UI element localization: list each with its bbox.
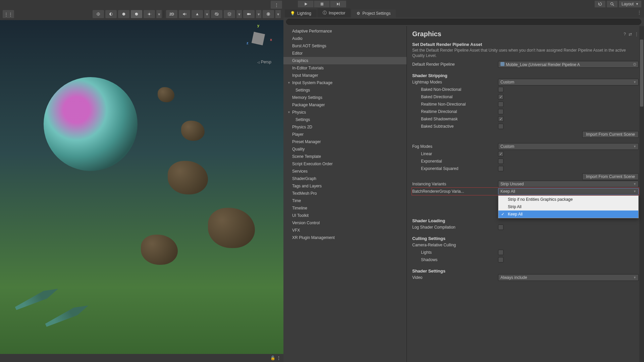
scene-bottom-bar: 🔓 ⋮	[0, 354, 283, 362]
log-shader-compilation-checkbox[interactable]	[498, 225, 503, 230]
fog-exp-squared-checkbox[interactable]	[498, 166, 503, 171]
import-lightmap-button[interactable]: Import From Current Scene	[582, 131, 639, 138]
scene-toolbar-menu-icon[interactable]: ⋮	[271, 1, 282, 9]
nav-package-manager[interactable]: Package Manager	[283, 101, 407, 109]
nav-physics-settings[interactable]: Settings	[283, 116, 407, 123]
help-icon[interactable]: ?	[624, 32, 626, 37]
svg-point-6	[148, 13, 150, 15]
shading-wireframe-icon[interactable]	[93, 10, 104, 18]
culling-shadows-checkbox[interactable]	[498, 257, 503, 262]
scene-view[interactable]: y x z ◁Persp	[0, 20, 283, 354]
fog-exponential-checkbox[interactable]	[498, 159, 503, 164]
nav-ui-toolkit[interactable]: UI Toolkit	[283, 212, 407, 219]
nav-input-system-settings[interactable]: Settings	[283, 86, 407, 94]
tab-inspector[interactable]: ⓘ Inspector	[317, 8, 351, 17]
nav-preset-manager[interactable]: Preset Manager	[283, 138, 407, 145]
nav-xr-plugin[interactable]: XR Plugin Management	[283, 234, 407, 241]
fx-dropdown[interactable]: ▾	[204, 10, 210, 18]
nav-physics[interactable]: ▼Physics	[283, 109, 407, 116]
visibility-toggle-icon[interactable]	[211, 10, 222, 18]
nav-timeline[interactable]: Timeline	[283, 204, 407, 212]
grip-icon[interactable]: ⋮⋮	[3, 10, 14, 18]
gizmos-icon[interactable]	[263, 10, 274, 18]
culling-lights-checkbox[interactable]	[498, 250, 503, 255]
nav-shadergraph[interactable]: ShaderGraph	[283, 175, 407, 182]
search-icon[interactable]	[607, 1, 618, 7]
nav-audio[interactable]: Audio	[283, 35, 407, 42]
object-picker-icon[interactable]: ⊙	[633, 62, 636, 67]
shading-unlit-icon[interactable]	[118, 10, 129, 18]
nav-input-system-package[interactable]: ▼Input System Package	[283, 79, 407, 86]
layout-dropdown[interactable]: Layout ▼	[619, 1, 641, 7]
fog-linear-checkbox[interactable]	[498, 151, 503, 157]
settings-content[interactable]: Graphics ? ⇄ ⋮ Set Default Render Pipeli…	[407, 26, 644, 362]
projection-label[interactable]: ◁Persp	[257, 60, 271, 64]
nav-vfx[interactable]: VFX	[283, 227, 407, 234]
dropdown-option-keep-all[interactable]: Keep All	[498, 210, 638, 218]
fx-toggle-icon[interactable]	[192, 10, 203, 18]
scene-object-asteroid	[158, 87, 174, 102]
nav-services[interactable]: Services	[283, 168, 407, 175]
dropdown-option-strip-if-none[interactable]: Strip if no Entities Graphics package	[498, 196, 638, 203]
play-button[interactable]	[298, 1, 314, 7]
nav-editor[interactable]: Editor	[283, 50, 407, 57]
shading-shadedwire-icon[interactable]	[105, 10, 117, 18]
preset-icon[interactable]: ⇄	[629, 32, 632, 37]
nav-textmesh-pro[interactable]: TextMesh Pro	[283, 190, 407, 197]
import-fog-button[interactable]: Import From Current Scene	[582, 173, 639, 180]
nav-player[interactable]: Player	[283, 131, 407, 138]
orientation-gizmo[interactable]: y x z	[243, 23, 273, 54]
nav-scene-template[interactable]: Scene Template	[283, 153, 407, 160]
undo-history-icon[interactable]	[595, 1, 605, 7]
baked-shadowmask-checkbox[interactable]	[498, 116, 503, 122]
settings-nav[interactable]: Adaptive Performance Audio Burst AOT Set…	[283, 26, 407, 362]
layers-dropdown[interactable]: ▾	[236, 10, 242, 18]
fog-modes-dropdown[interactable]: Custom▼	[498, 143, 639, 150]
nav-version-control[interactable]: Version Control	[283, 219, 407, 227]
realtime-non-directional-checkbox[interactable]	[498, 102, 503, 107]
nav-input-manager[interactable]: Input Manager	[283, 72, 407, 79]
layers-icon[interactable]	[224, 10, 235, 18]
debug-draw-icon[interactable]	[144, 10, 155, 18]
gizmos-dropdown[interactable]: ▾	[275, 10, 281, 18]
lightmap-modes-dropdown[interactable]: Custom▼	[498, 79, 639, 85]
instancing-variants-dropdown[interactable]: Strip Unused▼	[498, 181, 639, 187]
nav-adaptive-performance[interactable]: Adaptive Performance	[283, 27, 407, 35]
scene-panel-menu-icon[interactable]: ⋮	[277, 356, 281, 360]
nav-burst-aot[interactable]: Burst AOT Settings	[283, 42, 407, 50]
nav-in-editor-tutorials[interactable]: In-Editor Tutorials	[283, 64, 407, 72]
baked-directional-checkbox[interactable]	[498, 94, 503, 100]
batch-renderer-dropdown[interactable]: Keep All▼	[498, 188, 639, 195]
step-button[interactable]	[330, 1, 346, 7]
nav-script-execution-order[interactable]: Script Execution Order	[283, 160, 407, 168]
camera-icon[interactable]	[243, 10, 255, 18]
audio-toggle-icon[interactable]	[179, 10, 190, 18]
nav-graphics[interactable]: Graphics	[283, 57, 407, 64]
settings-menu-icon[interactable]: ⋮	[635, 32, 639, 37]
shading-shaded-icon[interactable]	[131, 10, 142, 18]
nav-quality[interactable]: Quality	[283, 145, 407, 153]
default-pipeline-field[interactable]: Mobile_Low (Universal Render Pipeline A …	[498, 61, 639, 68]
scrollbar[interactable]	[639, 26, 644, 362]
2d-toggle[interactable]: 2D	[166, 10, 177, 18]
baked-subtractive-checkbox[interactable]	[498, 124, 503, 129]
tab-menu-icon[interactable]: ⋮	[637, 10, 641, 15]
baked-non-directional-checkbox[interactable]	[498, 87, 503, 92]
realtime-directional-checkbox[interactable]	[498, 109, 503, 114]
nav-time[interactable]: Time	[283, 197, 407, 204]
lock-icon[interactable]: 🔓	[270, 356, 275, 360]
pause-button[interactable]	[314, 1, 330, 7]
nav-memory-settings[interactable]: Memory Settings	[283, 94, 407, 101]
tab-lighting[interactable]: 💡 Lighting	[285, 9, 317, 17]
info-icon: ⓘ	[323, 10, 327, 16]
camera-dropdown[interactable]: ▾	[256, 10, 261, 18]
settings-search-input[interactable]	[286, 19, 641, 25]
page-title: Graphics	[412, 30, 441, 38]
video-dropdown[interactable]: Always include▼	[498, 274, 639, 281]
scrollbar-thumb[interactable]	[640, 40, 643, 107]
nav-physics-2d[interactable]: Physics 2D	[283, 123, 407, 131]
debug-draw-dropdown[interactable]: ▾	[156, 10, 162, 18]
nav-tags-and-layers[interactable]: Tags and Layers	[283, 182, 407, 190]
dropdown-option-strip-all[interactable]: Strip All	[498, 203, 638, 210]
tab-project-settings[interactable]: ⚙ Project Settings	[351, 9, 396, 17]
